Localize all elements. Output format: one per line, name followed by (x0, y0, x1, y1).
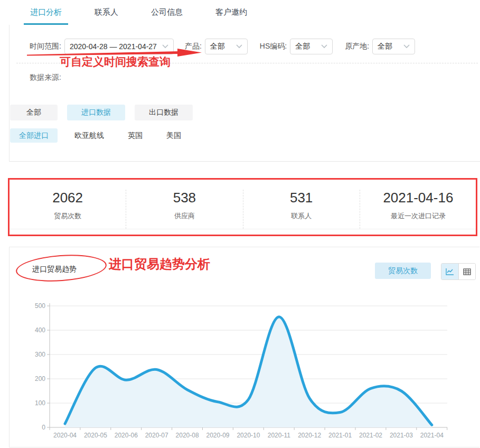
stat-trade-count: 2062 贸易次数 (10, 190, 126, 229)
svg-text:2020-06: 2020-06 (115, 432, 138, 439)
svg-text:2021-03: 2021-03 (390, 432, 413, 439)
time-range-label: 时间范围: (30, 42, 61, 51)
route-tab-us[interactable]: 美国 (166, 131, 181, 141)
trend-chart-svg[interactable]: 01002003004005002020-042020-052020-06202… (32, 301, 455, 443)
origin-label: 原产地: (345, 42, 369, 51)
tab-company-info[interactable]: 公司信息 (145, 0, 189, 25)
route-tab-eurasia[interactable]: 欧亚航线 (74, 131, 104, 141)
chart-title: 进口贸易趋势 (32, 265, 77, 274)
stat-label: 最近一次进口记录 (360, 211, 476, 221)
trend-chart-card: 进口贸易趋势 进口贸易趋势分析 贸易次数 01002003004 (9, 247, 479, 447)
filter-panel: 时间范围: 2020-04-28 — 2021-04-27 产品: 全部 HS编… (9, 25, 480, 162)
stat-label: 联系人 (243, 211, 360, 221)
route-tab-all-import[interactable]: 全部进口 (10, 128, 58, 143)
chevron-down-icon (162, 44, 168, 49)
import-analysis-page: 进口分析 联系人 公司信息 客户邀约 时间范围: 2020-04-28 — 20… (0, 0, 480, 448)
stat-value: 531 (243, 190, 360, 206)
dashed-divider (16, 63, 478, 63)
table-view-button[interactable] (458, 264, 475, 279)
svg-text:2020-10: 2020-10 (237, 432, 260, 439)
stat-value: 2062 (10, 190, 126, 206)
svg-text:2020-11: 2020-11 (268, 432, 290, 439)
time-search-annotation: 可自定义时间搜索查询 (60, 54, 171, 69)
line-chart-view-button[interactable] (441, 264, 458, 279)
svg-text:100: 100 (35, 399, 45, 407)
route-tabs: 全部进口 欧亚航线 英国 美国 (10, 128, 181, 143)
svg-text:300: 300 (35, 351, 45, 358)
time-range-select[interactable]: 2020-04-28 — 2021-04-27 (64, 39, 174, 54)
svg-text:2021-01: 2021-01 (328, 432, 352, 439)
stat-last-import: 2021-04-16 最近一次进口记录 (360, 190, 476, 229)
route-tab-uk[interactable]: 英国 (128, 131, 143, 141)
import-data-button[interactable]: 进口数据 (67, 105, 125, 120)
data-type-buttons: 全部 进口数据 出口数据 (10, 105, 193, 120)
svg-text:2020-07: 2020-07 (145, 432, 168, 439)
hs-code-value: 全部 (295, 42, 310, 51)
svg-text:2021-02: 2021-02 (359, 432, 382, 439)
filter-row: 时间范围: 2020-04-28 — 2021-04-27 产品: 全部 HS编… (30, 39, 427, 54)
data-source-label: 数据来源: (30, 73, 61, 82)
trend-annotation: 进口贸易趋势分析 (109, 256, 210, 273)
tab-customer-invite[interactable]: 客户邀约 (209, 0, 253, 25)
svg-text:2020-05: 2020-05 (84, 432, 107, 439)
origin-value: 全部 (378, 42, 392, 51)
svg-text:2020-09: 2020-09 (206, 432, 229, 439)
svg-text:2021-04: 2021-04 (420, 432, 444, 439)
stat-value: 538 (126, 190, 242, 206)
svg-text:2020-12: 2020-12 (298, 432, 321, 439)
stat-contacts: 531 联系人 (243, 190, 360, 229)
product-label: 产品: (185, 42, 202, 51)
product-select[interactable]: 全部 (205, 39, 248, 54)
chart-view-toggle (441, 263, 476, 280)
export-data-button[interactable]: 出口数据 (135, 105, 193, 120)
table-icon (463, 268, 471, 275)
svg-text:0: 0 (42, 424, 45, 431)
hs-code-select[interactable]: 全部 (290, 39, 333, 54)
trade-count-metric-button[interactable]: 贸易次数 (375, 263, 431, 279)
svg-text:400: 400 (35, 326, 45, 334)
origin-select[interactable]: 全部 (372, 39, 415, 54)
chevron-down-icon (321, 44, 327, 49)
tab-import-analysis[interactable]: 进口分析 (24, 0, 68, 25)
stat-suppliers: 538 供应商 (126, 190, 243, 229)
svg-text:2020-08: 2020-08 (176, 432, 199, 439)
svg-text:2020-04: 2020-04 (53, 432, 77, 439)
svg-text:200: 200 (35, 375, 45, 382)
chevron-down-icon (236, 44, 242, 49)
stat-value: 2021-04-16 (360, 190, 476, 206)
svg-text:500: 500 (35, 302, 45, 310)
stat-label: 贸易次数 (10, 211, 126, 221)
product-value: 全部 (210, 42, 225, 51)
line-chart-icon (446, 268, 454, 275)
hs-code-label: HS编码: (260, 42, 287, 51)
tab-contacts[interactable]: 联系人 (88, 0, 125, 25)
time-range-value: 2020-04-28 — 2021-04-27 (70, 42, 157, 51)
stats-summary-card: 2062 贸易次数 538 供应商 531 联系人 2021-04-16 最近一… (10, 180, 476, 229)
top-tab-bar: 进口分析 联系人 公司信息 客户邀约 (0, 0, 480, 25)
chevron-down-icon (403, 44, 410, 49)
all-data-button[interactable]: 全部 (10, 105, 58, 120)
stat-label: 供应商 (126, 211, 242, 221)
